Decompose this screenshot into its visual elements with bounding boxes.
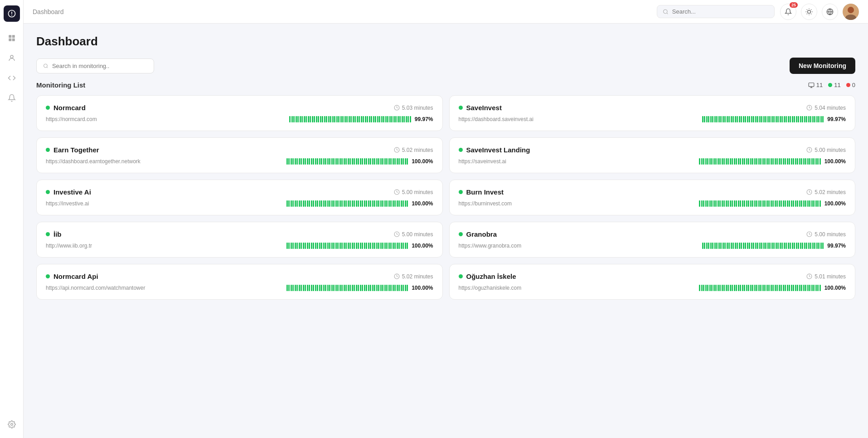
monitor-card-earn-together[interactable]: Earn Together 5.02 minutes https://dashb… — [36, 137, 443, 173]
monitor-card-investive-ai[interactable]: Investive Ai 5.00 minutes https://invest… — [36, 180, 443, 215]
uptime-bar — [809, 158, 810, 165]
card-time: 5.02 minutes — [394, 273, 433, 280]
monitor-card-normcard[interactable]: Normcard 5.03 minutes https://normcard.c… — [36, 95, 443, 131]
uptime-bar — [734, 200, 735, 207]
monitor-card-iib[interactable]: İib 5.00 minutes http://www.iib.org.tr — [36, 222, 443, 258]
uptime-bar — [727, 158, 729, 165]
uptime-bar — [345, 243, 347, 249]
uptime-bar — [327, 200, 329, 207]
stat-monitor-icon: 11 — [808, 82, 823, 88]
uptime-bar — [705, 285, 707, 291]
uptime-bar — [307, 200, 308, 207]
uptime-bar — [751, 116, 752, 122]
uptime-percentage: 100.00% — [412, 243, 433, 249]
uptime-bar — [375, 116, 376, 122]
monitor-card-saveinvest[interactable]: SaveInvest 5.04 minutes https://dashboar… — [449, 95, 856, 131]
uptime-bar — [378, 200, 379, 207]
uptime-bar — [718, 243, 720, 249]
clock-icon — [394, 147, 400, 153]
sidebar-item-users[interactable] — [4, 50, 20, 66]
uptime-bar — [362, 158, 363, 165]
uptime-bar — [795, 285, 796, 291]
uptime-bar — [325, 158, 326, 165]
uptime-bar — [296, 243, 298, 249]
uptime-bar — [367, 116, 368, 122]
monitor-card-normcard-api[interactable]: Normcard Api 5.02 minutes https://api.no… — [36, 264, 443, 300]
uptime-bar — [726, 285, 727, 291]
uptime-percentage: 99.97% — [827, 243, 846, 249]
uptime-bar — [406, 116, 407, 122]
uptime-bar — [705, 158, 707, 165]
uptime-bar — [783, 158, 784, 165]
monitoring-stats: 11 11 0 — [808, 82, 855, 88]
language-button[interactable] — [822, 4, 838, 20]
content-area: Dashboard New Monitoring Monitoring List — [24, 24, 868, 438]
monitor-card-granobra[interactable]: Granobra 5.00 minutes https://www.granob… — [449, 222, 856, 258]
uptime-bar — [337, 285, 339, 291]
uptime-bar — [795, 200, 796, 207]
uptime-bar — [286, 200, 288, 207]
uptime-bar — [746, 158, 747, 165]
monitor-card-saveinvest-landing[interactable]: SaveInvest Landing 5.00 minutes https://… — [449, 137, 856, 173]
status-dot — [459, 274, 463, 278]
card-title: Oğuzhan İskele — [466, 273, 516, 280]
uptime-bar — [738, 200, 739, 207]
uptime-bar — [397, 200, 398, 207]
uptime-bar — [799, 158, 800, 165]
uptime-bar — [331, 158, 333, 165]
uptime-bar — [820, 200, 821, 207]
uptime-bar — [398, 116, 399, 122]
uptime-bar — [736, 200, 737, 207]
uptime-bar — [773, 116, 775, 122]
uptime-bar — [309, 285, 310, 291]
sidebar-item-dashboard[interactable] — [4, 30, 20, 46]
monitor-card-oguzhan-iskele[interactable]: Oğuzhan İskele 5.01 minutes https://oguz… — [449, 264, 856, 300]
new-monitoring-button[interactable]: New Monitoring — [790, 58, 855, 74]
user-avatar[interactable] — [843, 4, 859, 20]
uptime-bar — [319, 200, 320, 207]
card-top: Normcard 5.03 minutes — [46, 104, 433, 112]
uptime-bar — [802, 116, 803, 122]
sidebar-item-settings[interactable] — [4, 416, 20, 433]
app-logo[interactable] — [4, 5, 20, 22]
uptime-bar — [337, 243, 339, 249]
card-url: https://dashboard.earntogether.network — [46, 158, 141, 165]
svg-rect-0 — [9, 35, 11, 38]
card-uptime-row: 100.00% — [286, 243, 433, 249]
uptime-bar — [811, 285, 813, 291]
card-time-value: 5.02 minutes — [402, 273, 433, 280]
uptime-bar — [701, 158, 703, 165]
uptime-bar — [750, 200, 752, 207]
uptime-bar — [718, 158, 719, 165]
sidebar-item-code[interactable] — [4, 70, 20, 86]
monitoring-search-input[interactable] — [52, 63, 147, 69]
uptime-bar — [739, 243, 740, 249]
monitor-icon — [808, 82, 815, 88]
uptime-bar — [801, 158, 802, 165]
uptime-bar — [742, 158, 743, 165]
uptime-bar — [348, 158, 349, 165]
uptime-bar — [314, 116, 315, 122]
uptime-bar — [760, 285, 761, 291]
uptime-bar — [301, 285, 302, 291]
uptime-bar — [331, 200, 333, 207]
card-top: İib 5.00 minutes — [46, 230, 433, 238]
uptime-bar — [384, 243, 386, 249]
theme-toggle-button[interactable] — [801, 4, 817, 20]
card-top: Earn Together 5.02 minutes — [46, 146, 433, 154]
sidebar-item-notifications[interactable] — [4, 90, 20, 106]
uptime-bar — [349, 116, 350, 122]
topbar-search-input[interactable] — [672, 8, 769, 15]
notification-button[interactable]: 25 — [780, 4, 796, 20]
uptime-bar — [305, 116, 307, 122]
uptime-bar — [356, 158, 357, 165]
monitor-card-burn-invest[interactable]: Burn Invest 5.02 minutes https://burninv… — [449, 180, 856, 215]
uptime-bar — [762, 200, 764, 207]
uptime-bar — [316, 116, 317, 122]
uptime-bar — [374, 243, 375, 249]
uptime-bar — [348, 243, 349, 249]
uptime-bar — [303, 285, 304, 291]
uptime-bar — [380, 158, 382, 165]
uptime-bar — [752, 158, 753, 165]
uptime-bar — [372, 285, 373, 291]
